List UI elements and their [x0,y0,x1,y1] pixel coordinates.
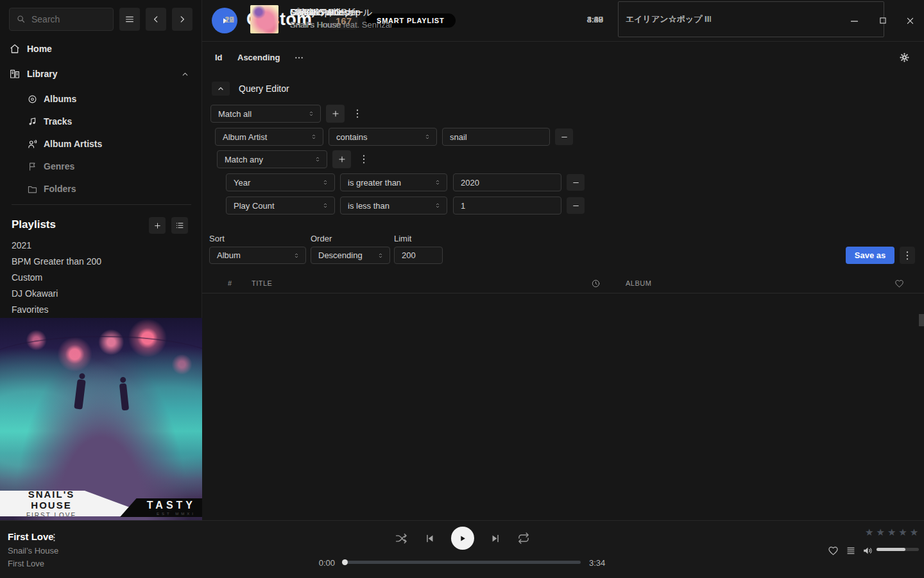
rule-operator-select[interactable]: contains [329,128,437,146]
sidebar-item-genres[interactable]: Genres [0,157,202,175]
maximize-icon [878,16,887,25]
volume-icon[interactable] [862,545,873,556]
next-button[interactable] [490,533,501,544]
window-close-button[interactable] [904,15,916,26]
col-album[interactable]: ALBUM [626,279,651,287]
sidebar-item-albums[interactable]: Albums [0,90,202,108]
lantern-string [0,336,202,394]
rule-value-input[interactable] [442,128,550,146]
search-box[interactable] [9,8,114,31]
playlist-item[interactable]: 2021 [12,238,178,253]
match-mode-select[interactable]: Match all [210,105,321,123]
add-playlist-button[interactable] [149,217,166,234]
previous-button[interactable] [424,533,435,544]
sidebar-item-library[interactable]: Library [0,65,202,83]
remove-rule-button[interactable] [555,128,573,145]
sidebar-item-tracks[interactable]: Tracks [0,112,202,130]
col-title[interactable]: TITLE [252,279,272,287]
query-editor-collapse-button[interactable] [212,82,230,96]
updown-icon [314,155,321,164]
group-kebab-icon[interactable] [359,152,369,166]
add-rule-button[interactable] [326,105,345,123]
chevron-right-icon [178,15,187,24]
favorite-heart-icon[interactable] [828,545,839,556]
select-value: Album Artist [223,132,267,142]
sidebar-item-folders[interactable]: Folders [0,180,202,198]
playlist-list-button[interactable] [171,217,188,234]
minimize-icon [850,16,859,26]
playlist-item[interactable]: Favorites [12,302,178,317]
sidebar-item-label: Home [27,44,52,54]
plus-icon [331,109,340,118]
add-rule-button[interactable] [332,150,351,168]
queue-icon[interactable] [846,546,856,556]
rule-field-select[interactable]: Album Artist [215,128,323,146]
chevron-up-icon[interactable] [181,70,189,78]
plus-icon [338,155,346,164]
scrollbar-thumb[interactable] [919,314,924,326]
more-options-icon[interactable] [294,55,304,61]
main-panel: Custom 167 SMART PLAYLIST Id Ascending Q… [202,0,924,520]
star-icon[interactable]: ★ [865,527,875,538]
rule-value-input[interactable] [453,173,561,191]
sort-field-button[interactable]: Id [215,53,223,62]
updown-icon [293,251,300,260]
play-pause-button[interactable] [451,527,474,550]
sort-select[interactable]: Album [209,247,306,264]
track-row[interactable]: 22 STARRY POPSnail’s House 4:28 エイリアン☆ポッ… [202,0,924,39]
window-maximize-button[interactable] [877,15,889,26]
playlist-item[interactable]: DJ Okawari [12,286,178,301]
select-value: Descending [318,250,363,260]
select-value: Match all [218,109,252,119]
sidebar-item-home[interactable]: Home [0,40,202,58]
rule-operator-select[interactable]: is less than [340,197,447,215]
star-icon[interactable]: ★ [898,527,908,538]
col-number[interactable]: # [228,279,232,287]
home-icon [9,43,21,55]
order-select[interactable]: Descending [311,247,390,264]
nav-back-button[interactable] [146,8,166,31]
playlist-item[interactable]: BPM Greater than 200 [12,254,178,269]
list-icon [175,221,184,230]
albums-icon [27,94,38,105]
rule-operator-select[interactable]: is greater than [340,173,447,191]
save-options-kebab[interactable] [900,247,915,264]
match-mode-select[interactable]: Match any [217,150,327,168]
menu-button[interactable] [119,8,140,31]
nav-forward-button[interactable] [172,8,193,31]
chevron-left-icon [151,15,160,24]
playlist-item[interactable]: Custom [12,270,178,285]
limit-input[interactable] [394,247,443,264]
repeat-button[interactable] [517,532,530,545]
group-kebab-icon[interactable] [352,107,363,121]
order-label: Order [311,234,332,243]
rule-value-input[interactable] [453,197,561,215]
track-duration: 4:28 [552,0,603,39]
volume-slider[interactable] [877,548,919,551]
clock-icon[interactable] [591,279,601,288]
sort-direction-button[interactable]: Ascending [237,53,280,62]
seek-thumb[interactable] [342,559,348,565]
window-minimize-button[interactable] [848,15,860,26]
artwork-title: FIRST LOVE [13,512,90,519]
sidebar-item-album-artists[interactable]: Album Artists [0,135,202,153]
star-icon[interactable]: ★ [876,527,886,538]
seek-bar[interactable] [343,561,581,564]
rule-field-select[interactable]: Year [226,173,335,191]
select-value: Match any [225,155,263,164]
remove-rule-button[interactable] [567,197,585,214]
search-input[interactable] [31,14,102,24]
shuffle-button[interactable] [395,532,408,545]
heart-column-icon[interactable] [894,279,904,288]
playlists-heading: Playlists [12,218,56,231]
settings-gear-icon[interactable] [899,52,910,63]
rule-field-select[interactable]: Play Count [226,197,335,215]
rating-stars[interactable]: ★★★★★ [865,527,920,538]
star-icon[interactable]: ★ [887,527,897,538]
save-as-button[interactable]: Save as [846,247,894,264]
updown-icon [321,178,329,187]
select-value: is greater than [348,178,401,188]
star-icon[interactable]: ★ [910,527,920,538]
remove-rule-button[interactable] [567,174,585,191]
sidebar-item-label: Tracks [44,116,72,127]
